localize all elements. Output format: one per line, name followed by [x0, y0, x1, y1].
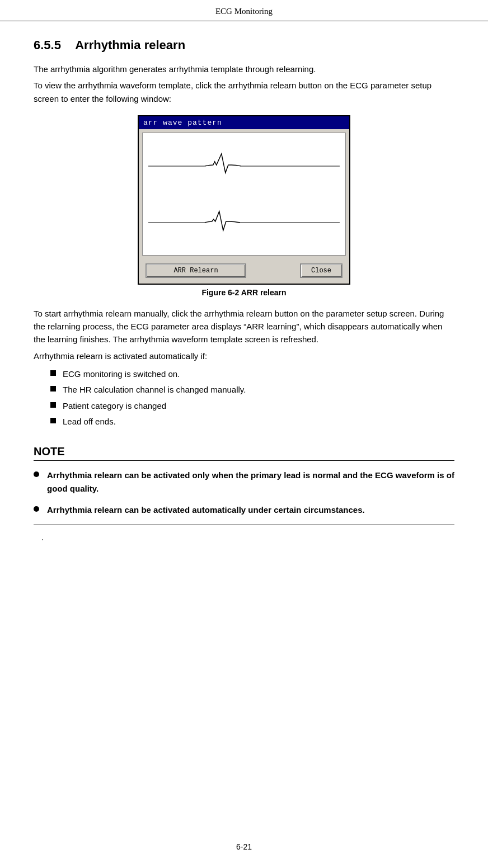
note-dot: . [34, 533, 454, 542]
arr-close-button[interactable]: Close [300, 263, 342, 278]
intro-line1: The arrhythmia algorithm generates arrhy… [34, 63, 454, 76]
list-item: Patient category is changed [50, 400, 454, 413]
arr-window: arr wave pattern [138, 115, 350, 285]
note-item-1: Arrhythmia relearn can be activated only… [34, 469, 454, 496]
note-title: NOTE [34, 445, 454, 458]
page-footer: 6-21 [0, 842, 488, 851]
body-para2: Arrhythmia relearn is activated automati… [34, 350, 454, 362]
note-bullet-icon [34, 506, 39, 512]
arr-titlebar: arr wave pattern [139, 116, 349, 129]
list-item: ECG monitoring is switched on. [50, 368, 454, 381]
bullet-icon [50, 402, 56, 408]
bullet-text: Patient category is changed [63, 400, 166, 413]
note-text-2: Arrhythmia relearn can be activated auto… [47, 503, 454, 517]
note-text-1: Arrhythmia relearn can be activated only… [47, 469, 454, 496]
waveform-bottom [148, 199, 340, 244]
note-divider-bottom [34, 525, 454, 525]
bullet-icon [50, 370, 56, 376]
note-divider-top [34, 460, 454, 461]
bullet-icon [50, 386, 56, 391]
section-number: 6.5.5 [34, 38, 61, 52]
bullet-text: The HR calculation channel is changed ma… [63, 384, 246, 397]
figure-caption: Figure 6-2 ARR relearn [201, 288, 286, 297]
intro-line2: To view the arrhythmia waveform template… [34, 79, 454, 105]
arr-buttons: ARR Relearn Close [139, 259, 349, 284]
note-item-2: Arrhythmia relearn can be activated auto… [34, 503, 454, 517]
body-para1: To start arrhythmia relearn manually, cl… [34, 307, 454, 346]
section-heading: Arrhythmia relearn [75, 38, 185, 52]
bullet-icon [50, 418, 56, 423]
header-title: ECG Monitoring [215, 7, 273, 16]
page-content: 6.5.5 Arrhythmia relearn The arrhythmia … [0, 21, 488, 576]
page-header: ECG Monitoring [0, 0, 488, 21]
figure-container: arr wave pattern [34, 115, 454, 303]
note-bullet-icon [34, 471, 39, 477]
bullet-text: Lead off ends. [63, 416, 116, 428]
bullet-text: ECG monitoring is switched on. [63, 368, 180, 381]
waveform-top [148, 144, 340, 188]
list-item: Lead off ends. [50, 416, 454, 428]
arr-relearn-button[interactable]: ARR Relearn [146, 263, 246, 278]
section-title: 6.5.5 Arrhythmia relearn [34, 38, 454, 53]
arr-body [142, 133, 346, 256]
note-section: NOTE Arrhythmia relearn can be activated… [34, 445, 454, 542]
list-item: The HR calculation channel is changed ma… [50, 384, 454, 397]
page-number: 6-21 [236, 842, 252, 851]
bullet-list: ECG monitoring is switched on. The HR ca… [50, 368, 454, 428]
